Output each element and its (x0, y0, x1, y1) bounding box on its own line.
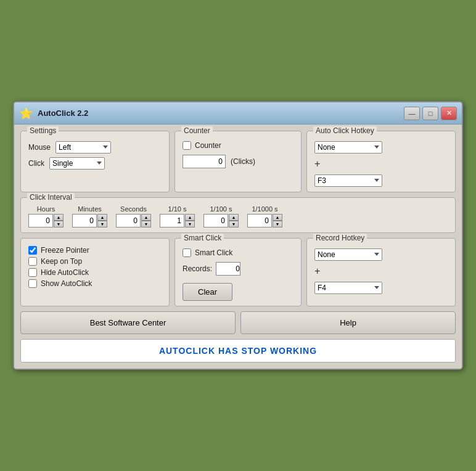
app-icon: ⭐ (19, 107, 33, 120)
hundredth-up[interactable]: ▲ (229, 214, 239, 221)
hide-autoclicker-row: Hide AutoClick (28, 268, 162, 277)
minimize-button[interactable]: — (404, 107, 420, 120)
hundredth-input[interactable] (203, 214, 228, 227)
hours-down[interactable]: ▼ (54, 221, 64, 227)
status-bar: AUTOCLICK HAS STOP WORKING (20, 339, 456, 362)
window-title: AutoClick 2.2 (38, 109, 404, 118)
seconds-spinners: ▲ ▼ (141, 214, 151, 227)
smartclick-checkbox-label: Smart Click (195, 248, 232, 257)
record-hotkey-panel-label: Record Hotkey (313, 234, 367, 242)
footer-buttons: Best Software Center Help (20, 311, 456, 334)
smartclick-checkbox[interactable] (183, 248, 191, 257)
keep-on-top-label: Keep on Top (41, 257, 82, 266)
titlebar: ⭐ AutoClick 2.2 — □ ✕ (14, 102, 462, 125)
clear-btn-container: Clear (183, 279, 293, 301)
counter-input[interactable] (183, 155, 226, 168)
record-key2-select[interactable]: F4 F3 F5 F6 (314, 282, 382, 294)
interval-panel-label: Click Interval (27, 193, 75, 202)
smartclick-panel-label: Smart Click (181, 234, 224, 242)
hotkey-key1-select[interactable]: None Ctrl Alt Shift (314, 141, 382, 154)
seconds-up[interactable]: ▲ (141, 214, 151, 221)
hours-label: Hours (37, 205, 55, 213)
clear-button[interactable]: Clear (183, 283, 232, 301)
help-button[interactable]: Help (240, 311, 456, 334)
seconds-input[interactable] (116, 214, 141, 227)
thousandth-spinners: ▲ ▼ (273, 214, 282, 227)
hotkey-panel-label: Auto Click Hotkey (313, 126, 377, 135)
mouse-label: Mouse (28, 143, 51, 152)
minutes-spinners: ▲ ▼ (97, 214, 107, 227)
show-autoclicker-label: Show AutoClick (41, 279, 92, 288)
interval-hundredth: 1/100 s ▲ ▼ (203, 205, 239, 227)
hotkey-key2-select[interactable]: F3 F4 F5 F6 (314, 174, 382, 187)
hide-autoclicker-checkbox[interactable] (28, 268, 37, 277)
tenth-input[interactable] (160, 214, 184, 227)
minutes-up[interactable]: ▲ (97, 214, 107, 221)
show-autoclicker-checkbox[interactable] (28, 279, 37, 288)
click-label: Click (28, 159, 44, 168)
counter-checkbox[interactable] (183, 141, 191, 150)
settings-panel: Settings Mouse Left Middle Right Click (20, 131, 170, 192)
minutes-input[interactable] (72, 214, 97, 227)
hundredth-label: 1/100 s (210, 205, 232, 213)
interval-hours: Hours ▲ ▼ (28, 205, 64, 227)
thousandth-down[interactable]: ▼ (273, 221, 282, 227)
interval-minutes: Minutes ▲ ▼ (72, 205, 107, 227)
hours-spinners: ▲ ▼ (54, 214, 64, 227)
records-input[interactable] (216, 262, 240, 276)
interval-panel: Click Interval Hours ▲ ▼ Minutes (20, 197, 456, 233)
show-autoclicker-row: Show AutoClick (28, 279, 162, 288)
seconds-label: Seconds (120, 205, 147, 213)
counter-panel-label: Counter (181, 126, 213, 135)
keep-on-top-row: Keep on Top (28, 257, 162, 266)
maximize-button[interactable]: □ (422, 107, 438, 120)
smartclick-panel: Smart Click Smart Click Records: Clear (174, 238, 302, 306)
freeze-pointer-row: Freeze Pointer (28, 246, 162, 255)
top-panels: Settings Mouse Left Middle Right Click (20, 131, 456, 192)
hotkey-plus: + (314, 158, 320, 170)
best-software-button[interactable]: Best Software Center (20, 311, 236, 334)
tenth-label: 1/10 s (168, 205, 187, 213)
keep-on-top-checkbox[interactable] (28, 257, 37, 266)
hotkey-panel: Auto Click Hotkey None Ctrl Alt Shift + … (306, 131, 456, 192)
thousandth-input[interactable] (247, 214, 272, 227)
settings-panel-label: Settings (27, 126, 59, 135)
seconds-down[interactable]: ▼ (141, 221, 151, 227)
records-row: Records: (183, 262, 293, 276)
records-label: Records: (183, 264, 212, 273)
record-hotkey-panel: Record Hotkey None Ctrl Alt Shift + F4 F… (306, 238, 456, 306)
status-text: AUTOCLICK HAS STOP WORKING (159, 346, 317, 356)
click-select[interactable]: Single Double (49, 157, 105, 170)
interval-tenth: 1/10 s ▲ ▼ (160, 205, 195, 227)
tenth-up[interactable]: ▲ (185, 214, 195, 221)
hide-autoclicker-label: Hide AutoClick (41, 268, 89, 277)
thousandth-label: 1/1000 s (252, 205, 277, 213)
hours-up[interactable]: ▲ (54, 214, 64, 221)
record-key1-select[interactable]: None Ctrl Alt Shift (314, 248, 382, 261)
record-plus: + (314, 266, 320, 277)
tenth-spinners: ▲ ▼ (185, 214, 195, 227)
minutes-label: Minutes (78, 205, 102, 213)
thousandth-up[interactable]: ▲ (273, 214, 282, 221)
minutes-down[interactable]: ▼ (97, 221, 107, 227)
freeze-pointer-checkbox[interactable] (28, 246, 37, 255)
window-body: Settings Mouse Left Middle Right Click (14, 125, 462, 369)
counter-panel: Counter Counter (Clicks) (174, 131, 302, 192)
interval-thousandth: 1/1000 s ▲ ▼ (247, 205, 282, 227)
hundredth-spinners: ▲ ▼ (229, 214, 239, 227)
close-button[interactable]: ✕ (441, 107, 457, 120)
interval-seconds: Seconds ▲ ▼ (116, 205, 151, 227)
mouse-select[interactable]: Left Middle Right (55, 141, 111, 154)
tenth-down[interactable]: ▼ (185, 221, 195, 227)
titlebar-buttons: — □ ✕ (404, 107, 457, 120)
counter-checkbox-label: Counter (195, 141, 221, 150)
main-window: ⭐ AutoClick 2.2 — □ ✕ Settings Mouse Lef… (13, 101, 463, 370)
hundredth-down[interactable]: ▼ (229, 221, 239, 227)
hours-input[interactable] (28, 214, 53, 227)
options-panel: Freeze Pointer Keep on Top Hide AutoClic… (20, 238, 170, 306)
freeze-pointer-label: Freeze Pointer (41, 246, 89, 255)
counter-suffix: (Clicks) (231, 157, 255, 166)
bottom-panels: Freeze Pointer Keep on Top Hide AutoClic… (20, 238, 456, 306)
